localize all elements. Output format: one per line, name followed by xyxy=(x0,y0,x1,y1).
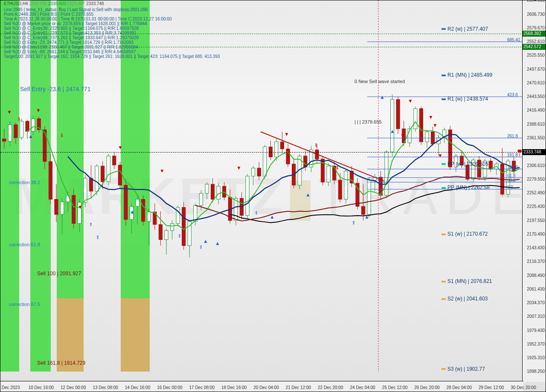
info-line: Sell %10 @ C_Entry88: 2371.262 || Target… xyxy=(4,35,220,40)
fib-label: 100.0 xyxy=(507,165,518,170)
pivot-label: R1 (MN) | 2485.499 xyxy=(441,72,492,78)
sell-arrow-icon: ▼ xyxy=(160,168,165,173)
svg-rect-161 xyxy=(466,165,469,179)
fib-label: 685.41 xyxy=(507,37,520,42)
svg-rect-99 xyxy=(286,149,290,164)
svg-rect-19 xyxy=(55,199,58,214)
svg-rect-35 xyxy=(101,166,105,182)
time-axis-tick: 10 Dec 16:00 xyxy=(29,385,54,390)
symbol-name: ETHUSD,H4 xyxy=(4,1,28,6)
time-axis-tick: 25 Dec 12:00 xyxy=(382,385,408,390)
buy-arrow-icon: ⬆ xyxy=(89,222,93,227)
svg-rect-81 xyxy=(234,198,238,220)
buy-arrow-icon: ⬆ xyxy=(199,245,203,250)
correction-label: correction 38.2 xyxy=(9,180,40,185)
info-line: Sell %10 @ C_Entry61: 2297.573 || Target… xyxy=(4,31,220,35)
price-axis-tick: 1925.310 xyxy=(523,355,545,360)
info-text-block: Line:2845 | tema_h1_status: Buy | Last S… xyxy=(4,7,220,59)
price-axis-tick: 1952.370 xyxy=(523,342,545,346)
svg-rect-43 xyxy=(124,185,128,219)
ohlc-high: 2338.603 xyxy=(48,1,66,6)
svg-rect-47 xyxy=(136,199,139,207)
fib-label: 61.8 xyxy=(507,173,515,178)
price-axis-tick: 2443.550 xyxy=(523,94,545,99)
svg-rect-41 xyxy=(118,165,122,185)
buy-arrow-icon: ⬆ xyxy=(229,210,233,216)
time-axis-tick: 14 Dec 16:00 xyxy=(125,385,151,390)
buy-arrow-icon: ▲ xyxy=(364,214,369,219)
time-axis-tick: 21 Dec 12:00 xyxy=(286,385,311,390)
svg-rect-21 xyxy=(60,202,64,215)
sell-arrow-icon: ▼ xyxy=(428,115,433,120)
buy-arrow-icon: ⬆ xyxy=(351,220,356,225)
svg-rect-51 xyxy=(147,212,151,221)
svg-rect-87 xyxy=(252,168,255,176)
time-axis[interactable]: 9 Dec 202310 Dec 16:0012 Dec 00:0013 Dec… xyxy=(0,381,523,392)
svg-rect-73 xyxy=(211,184,215,199)
wave-label: | | | 2378.655 xyxy=(354,119,382,124)
svg-rect-15 xyxy=(43,130,46,162)
info-line: Sell %10 @ C_Entry38: 2229.905 || Target… xyxy=(4,26,220,31)
sell-arrow-icon: ▼ xyxy=(284,132,289,137)
svg-rect-125 xyxy=(362,206,365,214)
svg-rect-113 xyxy=(327,166,330,182)
price-tag: 2568.382 xyxy=(523,31,546,37)
price-axis[interactable]: 2634.6102606.7302579.6702552.6102525.550… xyxy=(522,0,546,382)
svg-rect-55 xyxy=(159,225,162,239)
buy-arrow-icon: ⬆ xyxy=(177,233,182,239)
time-axis-tick: 18 Dec 16:00 xyxy=(221,385,247,390)
svg-rect-91 xyxy=(263,147,267,176)
info-line: Time A:2023.12.28 00:00:00 | Time B:1970… xyxy=(4,17,220,21)
svg-rect-127 xyxy=(367,180,371,214)
buy-arrow-icon: ⬆ xyxy=(254,210,258,216)
svg-rect-135 xyxy=(390,100,394,152)
price-axis-tick: 2007.310 xyxy=(523,314,545,319)
svg-rect-89 xyxy=(257,168,261,176)
svg-rect-17 xyxy=(49,161,52,199)
pivot-label: S1 (w) | 2170.672 xyxy=(441,231,488,237)
svg-rect-137 xyxy=(396,100,400,129)
sell-arrow-icon: ▼ xyxy=(36,108,41,113)
time-axis-tick: 13 Dec 08:00 xyxy=(93,385,118,390)
buy-arrow-icon: ▲ xyxy=(203,239,208,244)
fib-label: 38.2 xyxy=(507,178,515,183)
price-axis-tick: 2197.550 xyxy=(523,218,545,223)
info-line: Target100: 2091.927 || Target 161: 1914.… xyxy=(4,54,220,59)
svg-rect-133 xyxy=(385,152,388,196)
price-axis-tick: 1898.250 xyxy=(523,369,545,374)
price-axis-tick: 2279.550 xyxy=(523,177,545,182)
price-axis-tick: 2225.430 xyxy=(523,204,545,209)
fib-label: 423.6 xyxy=(507,92,518,97)
buy-arrow-icon: ▲ xyxy=(380,95,385,100)
time-axis-tick: 24 Dec 04:00 xyxy=(350,385,375,390)
price-axis-tick: 2525.550 xyxy=(523,53,545,58)
price-axis-tick: 2170.490 xyxy=(523,232,545,236)
svg-rect-7 xyxy=(20,121,23,138)
svg-rect-179 xyxy=(518,150,521,152)
svg-rect-49 xyxy=(142,199,145,222)
svg-rect-147 xyxy=(425,132,429,142)
buy-arrow-icon: ▲ xyxy=(390,129,395,134)
pivot-label: PP (w) | 2309.505 xyxy=(441,161,488,167)
svg-rect-95 xyxy=(275,142,278,157)
price-axis-tick: 2470.610 xyxy=(523,81,545,85)
price-axis-tick: 2416.490 xyxy=(523,108,545,112)
price-axis-tick: 2088.490 xyxy=(523,273,545,278)
svg-rect-71 xyxy=(205,184,209,193)
price-axis-tick: 2634.610 xyxy=(523,0,545,3)
dashed-hline xyxy=(0,152,523,153)
chart-window[interactable]: MARKETZ▮TRADE ▼⬇▲▼⬇▼⬆⬆▼▲▼⬆⬆▲▲⬆▼⬆▲▼▲⬇⬇⬆▲▲… xyxy=(0,0,546,392)
price-axis-tick: 1979.430 xyxy=(523,328,545,333)
time-axis-tick: 28 Dec 04:00 xyxy=(447,385,472,390)
buy-arrow-icon: ⬆ xyxy=(96,235,100,240)
buy-arrow-icon: ▲ xyxy=(28,134,33,139)
time-axis-tick: 29 Dec 12:00 xyxy=(479,385,504,390)
sell-level-label: Sell 161.8 | 1914.729 xyxy=(37,360,85,366)
pivot-label: S2 (w) | 2041.603 xyxy=(441,296,488,302)
svg-rect-11 xyxy=(32,119,35,132)
svg-rect-37 xyxy=(107,156,110,182)
buy-arrow-icon: ▲ xyxy=(270,214,275,219)
buy-arrow-icon: ▲ xyxy=(130,209,135,214)
time-axis-tick: 22 Dec 20:00 xyxy=(318,385,343,390)
info-line: Line:2845 | tema_h1_status: Buy | Last S… xyxy=(4,7,220,12)
